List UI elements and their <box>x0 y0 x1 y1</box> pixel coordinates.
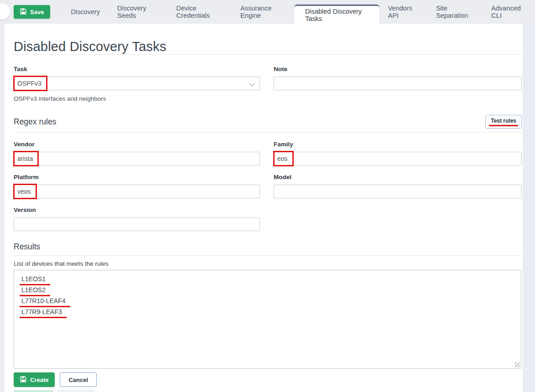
device-list-item: L1EOS1 <box>19 274 516 285</box>
vendor-label: Vendor <box>14 141 260 148</box>
clipped-cancel-button-remnant <box>58 390 94 392</box>
save-button[interactable]: Save <box>14 5 50 19</box>
content-panel: Disabled Discovery Tasks Task OSPFv3 OSP… <box>5 24 523 392</box>
sidebar-collapse-notch[interactable] <box>0 3 10 20</box>
platform-label: Platform <box>14 174 260 181</box>
vendor-value: arista <box>17 155 33 162</box>
model-label: Model <box>274 174 522 181</box>
test-rules-red-underline-annotation <box>489 125 518 126</box>
test-rules-label: Test rules <box>491 118 516 124</box>
tab-discovery-seeds[interactable]: Discovery Seeds <box>109 0 168 24</box>
vendor-field-group: Vendor arista <box>14 141 260 165</box>
vendor-input[interactable]: arista <box>14 152 260 165</box>
create-button-label: Create <box>30 377 48 383</box>
tab-disabled-discovery-tasks[interactable]: Disabled Discovery Tasks <box>294 5 379 24</box>
results-divider <box>14 255 522 256</box>
vendor-family-row: Vendor arista Family eos <box>14 141 522 165</box>
family-label: Family <box>274 141 522 148</box>
floppy-disk-icon <box>20 8 26 16</box>
platform-field-group: Platform veos <box>14 174 260 198</box>
top-tab-bar: Save Discovery Discovery Seeds Device Cr… <box>0 0 535 24</box>
cancel-button[interactable]: Cancel <box>60 372 97 387</box>
family-input[interactable]: eos <box>274 152 522 165</box>
version-row: Version <box>14 206 522 231</box>
tab-discovery[interactable]: Discovery <box>62 0 109 24</box>
tab-assurance-engine[interactable]: Assurance Engine <box>232 0 294 24</box>
vendor-annotation-box: arista <box>13 151 39 166</box>
title-divider <box>14 54 522 55</box>
model-input[interactable] <box>274 185 522 198</box>
platform-value: veos <box>17 188 31 195</box>
regex-rules-divider <box>14 132 522 133</box>
textarea-resize-handle[interactable] <box>515 362 520 367</box>
clipped-create-button-remnant <box>14 390 53 392</box>
version-label: Version <box>14 206 260 213</box>
task-annotation-box: OSPFv3 <box>13 76 47 91</box>
platform-input[interactable]: veos <box>14 185 260 198</box>
chevron-down-icon[interactable] <box>249 81 255 87</box>
note-label: Note <box>274 66 522 72</box>
create-button[interactable]: Create <box>14 372 55 387</box>
form-actions: Create Cancel <box>14 372 522 387</box>
tab-vendors-api[interactable]: Vendors API <box>379 0 427 24</box>
task-field-group: Task OSPFv3 OSPFv3 interfaces and neighb… <box>14 66 260 102</box>
task-note-row: Task OSPFv3 OSPFv3 interfaces and neighb… <box>14 66 522 102</box>
note-input[interactable] <box>274 77 522 90</box>
device-list-item: L1EOS2 <box>19 285 516 296</box>
device-results-textarea[interactable]: L1EOS1 L1EOS2 L77R10-LEAF4 L77R9-LEAF3 <box>14 270 521 369</box>
tab-advanced-cli[interactable]: Advanced CLI <box>483 0 535 24</box>
model-field-group: Model <box>274 174 522 198</box>
right-margin-strip <box>523 24 535 392</box>
platform-model-row: Platform veos Model <box>14 174 522 198</box>
task-select[interactable]: OSPFv3 <box>14 77 260 90</box>
cancel-button-label: Cancel <box>68 377 88 383</box>
device-list-label: List of devices that meets the rules <box>14 260 522 267</box>
floppy-disk-icon <box>20 376 26 384</box>
version-input[interactable] <box>14 217 260 231</box>
task-value: OSPFv3 <box>17 80 42 87</box>
device-list-item: L77R9-LEAF3 <box>19 307 516 318</box>
tab-device-credentials[interactable]: Device Credentials <box>168 0 232 24</box>
save-button-label: Save <box>30 9 44 15</box>
device-list-item: L77R10-LEAF4 <box>19 296 516 307</box>
version-field-group: Version <box>14 206 260 231</box>
results-title: Results <box>14 242 522 252</box>
family-value: eos <box>277 155 288 162</box>
left-margin-strip <box>0 24 5 392</box>
task-label: Task <box>14 66 260 72</box>
family-annotation-box: eos <box>273 151 294 166</box>
note-field-group: Note <box>274 66 522 102</box>
task-help-text: OSPFv3 interfaces and neighbors <box>14 95 260 102</box>
regex-rules-title: Regex rules <box>14 117 56 127</box>
test-rules-button[interactable]: Test rules <box>485 115 522 129</box>
regex-rules-header: Regex rules Test rules <box>14 115 522 129</box>
platform-annotation-box: veos <box>13 184 37 199</box>
tab-site-separation[interactable]: Site Separation <box>427 0 483 24</box>
page-title: Disabled Discovery Tasks <box>14 24 522 54</box>
family-field-group: Family eos <box>274 141 522 165</box>
